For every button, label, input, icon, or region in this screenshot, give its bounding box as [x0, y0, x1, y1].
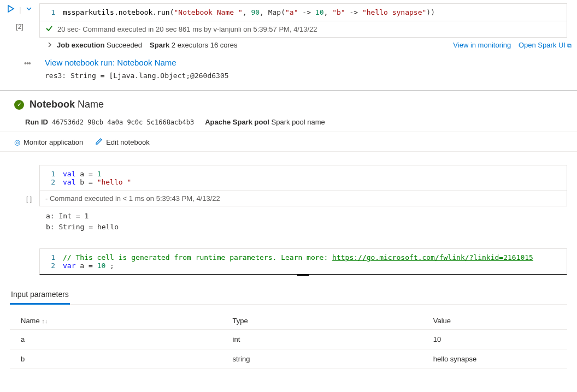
- open-spark-ui-link[interactable]: Open Spark UI ⧉: [519, 41, 572, 49]
- cell-1: | [2] 1 mssparkutils.notebook.run("Noteb…: [0, 0, 577, 38]
- check-icon: [45, 25, 53, 34]
- line-number: 2: [45, 178, 63, 186]
- cell-gutter: | [2]: [0, 3, 39, 38]
- nested-cell-1: [ ] 1 val a = 1 2 val b = "hello " - Com…: [39, 165, 567, 232]
- table-row: aint10: [10, 330, 567, 349]
- cell-status: - Command executed in < 1 ms on 5:39:43 …: [39, 191, 567, 206]
- run-id-value: 467536d2 98cb 4a0a 9c0c 5c1668acb4b3: [48, 118, 194, 126]
- run-cell-icon[interactable]: [7, 5, 15, 14]
- line-number: 1: [45, 253, 63, 262]
- run-menu-chevron-icon[interactable]: [26, 5, 32, 14]
- spark-label: Spark: [150, 41, 169, 49]
- param-value: 10: [422, 330, 567, 349]
- line-number: 1: [45, 8, 63, 16]
- job-exec-label: Job execution: [57, 41, 104, 49]
- line-number: 2: [45, 262, 63, 270]
- result-output: res3: String = [Ljava.lang.Object;@260d6…: [45, 72, 577, 80]
- job-execution-row: Job execution Succeeded Spark 2 executor…: [0, 38, 577, 52]
- table-row: bstringhello synapse: [10, 349, 567, 369]
- edit-icon: [95, 138, 103, 147]
- notebook-title: Notebook Name: [30, 99, 104, 110]
- tab-input-parameters[interactable]: Input parameters: [10, 286, 70, 305]
- edit-notebook-button[interactable]: Edit notebook: [95, 138, 150, 147]
- status-text: - Command executed in 20 sec 861 ms by v…: [78, 25, 317, 33]
- run-id-label: Run ID: [25, 118, 48, 126]
- notebook-toolbar: ◎ Monitor application Edit notebook: [0, 132, 577, 151]
- spark-info: 2 executors 16 cores: [169, 41, 237, 49]
- duration-text: 20 sec: [57, 25, 78, 33]
- param-type: int: [222, 330, 422, 349]
- monitor-application-button[interactable]: ◎ Monitor application: [14, 138, 83, 147]
- monitor-icon: ◎: [14, 138, 20, 146]
- spark-pool-value: Spark pool name: [269, 118, 325, 126]
- param-name: b: [10, 349, 222, 369]
- col-value[interactable]: Value: [422, 312, 567, 330]
- execution-count: [2]: [16, 23, 23, 31]
- col-type[interactable]: Type: [222, 312, 422, 330]
- cell-output: ••• View notebook run: Notebook Name res…: [0, 52, 577, 87]
- parameters-table: Name ↑↓ Type Value aint10bstringhello sy…: [10, 312, 567, 369]
- notebook-header: ✓ Notebook Name Run ID 467536d2 98cb 4a0…: [0, 99, 577, 126]
- notebook-meta: Run ID 467536d2 98cb 4a0a 9c0c 5c1668acb…: [25, 118, 563, 126]
- param-value: hello synapse: [422, 349, 567, 369]
- sort-icon: ↑↓: [42, 318, 48, 324]
- success-icon: ✓: [14, 100, 24, 110]
- line-number: 1: [45, 170, 63, 178]
- external-link-icon: ⧉: [566, 42, 572, 49]
- input-parameters-panel: Input parameters Name ↑↓ Type Value aint…: [10, 286, 567, 369]
- learn-more-link[interactable]: https://go.microsoft.com/fwlink/?linkid=…: [332, 253, 533, 262]
- cell-status: 20 sec - Command executed in 20 sec 861 …: [39, 21, 567, 38]
- cell-output: a: Int = 1 b: String = hello: [46, 211, 567, 232]
- col-name[interactable]: Name ↑↓: [10, 312, 222, 330]
- execution-count: [ ]: [26, 195, 32, 203]
- job-exec-status: Succeeded: [104, 41, 142, 49]
- divider: [0, 91, 577, 91]
- param-type: string: [222, 349, 422, 369]
- param-name: a: [10, 330, 222, 349]
- code-editor[interactable]: 1 mssparkutils.notebook.run("Notebook Na…: [39, 3, 567, 21]
- code-editor[interactable]: 1 val a = 1 2 val b = "hello ": [39, 165, 567, 191]
- spark-pool-label: Apache Spark pool: [205, 118, 269, 126]
- code-content: mssparkutils.notebook.run("Notebook Name…: [63, 8, 561, 16]
- view-notebook-run-link[interactable]: View notebook run: Notebook Name: [45, 58, 577, 67]
- nested-cell-2[interactable]: 1 // This cell is generated from runtime…: [39, 248, 567, 275]
- chevron-right-icon[interactable]: [47, 41, 52, 49]
- more-icon[interactable]: •••: [24, 59, 31, 68]
- view-monitoring-link[interactable]: View in monitoring: [453, 41, 511, 49]
